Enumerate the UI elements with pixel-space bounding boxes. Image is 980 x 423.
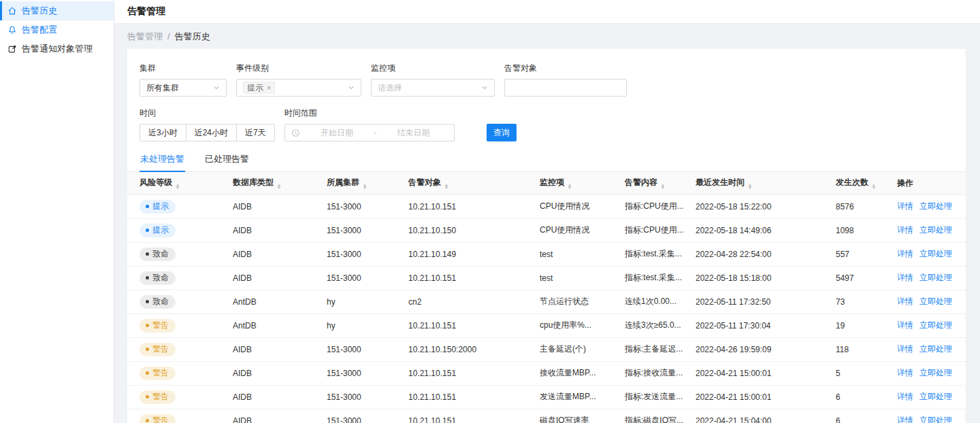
sort-icon[interactable]: ▲▼ [444,184,448,190]
handle-link[interactable]: 立即处理 [919,225,952,235]
detail-link[interactable]: 详情 [897,249,913,258]
handle-link[interactable]: 立即处理 [919,273,952,282]
breadcrumb-parent[interactable]: 告警管理 [127,31,163,43]
cell-count: 118 [836,337,897,361]
column-header[interactable]: 风险等级▲▼ [127,172,233,194]
cell-db-type: AIDB [233,194,327,218]
column-header[interactable]: 发生次数▲▼ [836,172,897,194]
column-header-label: 风险等级 [140,177,172,187]
tag-close-icon[interactable]: × [267,84,271,92]
column-header[interactable]: 告警对象▲▼ [408,172,540,194]
column-header[interactable]: 最近发生时间▲▼ [696,172,836,194]
tab-unhandled[interactable]: 未处理告警 [140,150,185,171]
handle-link[interactable]: 立即处理 [919,320,952,330]
sidebar-item-alarm-config[interactable]: 告警配置 [0,20,114,39]
risk-level-badge: 警告 [140,319,176,333]
cell-risk-level: 致命 [127,290,233,314]
cell-actions: 详情立即处理 [897,385,966,409]
cell-monitor-item: 节点运行状态 [540,290,625,314]
column-header-label: 告警对象 [408,177,441,187]
alarm-notify-icon [7,44,17,54]
filter-row-2: 时间 近3小时近24小时近7天 时间范围 开始日期 - 结束日期 [140,107,953,141]
sort-icon[interactable]: ▲▼ [176,184,180,190]
cell-monitor-item: CPU使用情况 [540,218,625,242]
cell-last-time: 2022-05-18 15:18:00 [696,266,836,290]
sort-icon[interactable]: ▲▼ [363,184,367,190]
risk-level-badge: 致命 [140,295,176,309]
level-dot-icon [146,229,149,232]
monitor-item-select[interactable]: 请选择 [371,79,495,97]
time-range-label: 时间范围 [284,107,455,119]
column-header[interactable]: 告警内容▲▼ [625,172,696,194]
detail-link[interactable]: 详情 [897,273,913,282]
risk-level-badge: 提示 [140,200,176,214]
column-header: 操作 [897,172,966,194]
page-header: 告警管理 [114,0,980,24]
handle-link[interactable]: 立即处理 [919,344,952,354]
sidebar-item-label: 告警历史 [22,5,57,17]
detail-link[interactable]: 详情 [897,392,913,401]
cell-alarm-content: 指标:test.采集... [625,242,696,266]
sidebar-items: 告警历史告警配置告警通知对象管理 [0,1,114,58]
handle-link[interactable]: 立即处理 [919,392,952,401]
date-range-picker[interactable]: 开始日期 - 结束日期 [284,124,455,141]
detail-link[interactable]: 详情 [897,320,913,330]
query-button[interactable]: 查询 [487,124,517,141]
detail-link[interactable]: 详情 [897,297,913,306]
time-quick-button-2[interactable]: 近24小时 [186,124,237,141]
cell-count: 6 [836,409,897,423]
selected-tag: 提示 × [243,82,275,94]
cell-count: 5 [836,361,897,385]
cell-alarm-object: 10.21.10.150:2000 [408,337,540,361]
level-dot-icon [146,252,149,256]
content-card: 集群 所有集群 事件级别 提示 [127,49,966,423]
handle-link[interactable]: 立即处理 [919,297,952,306]
cell-alarm-object: 10.21.10.151 [408,266,540,290]
sort-icon[interactable]: ▲▼ [277,184,281,190]
cell-monitor-item: 主备延迟(个) [540,337,625,361]
column-header[interactable]: 所属集群▲▼ [327,172,408,194]
risk-level-label: 警告 [152,391,169,403]
level-dot-icon [146,300,149,303]
table-row: 警告AIDB151-300010.21.10.151发送流量MBP...指标:发… [127,385,966,409]
sidebar-item-alarm-history[interactable]: 告警历史 [0,1,114,20]
detail-link[interactable]: 详情 [897,225,913,235]
handle-link[interactable]: 立即处理 [919,368,952,377]
detail-link[interactable]: 详情 [897,344,913,354]
sidebar-item-alarm-notify-manage[interactable]: 告警通知对象管理 [0,39,114,58]
risk-level-label: 提示 [152,224,169,236]
cell-monitor-item: test [540,242,625,266]
cell-last-time: 2022-04-28 22:54:00 [696,242,836,266]
tab-handled[interactable]: 已处理告警 [204,150,250,171]
cell-risk-level: 警告 [127,337,233,361]
column-header-label: 监控项 [540,177,564,187]
app-window: 告警历史告警配置告警通知对象管理 告警管理 告警管理 / 告警历史 集群 所有集… [0,0,980,423]
cell-actions: 详情立即处理 [897,361,966,385]
main-area: 告警管理 告警管理 / 告警历史 集群 所有集群 [114,0,980,423]
risk-level-label: 警告 [152,320,169,331]
level-dot-icon [146,276,149,280]
column-header[interactable]: 数据库类型▲▼ [233,172,327,194]
monitor-item-placeholder: 请选择 [378,82,477,94]
time-quick-button-1[interactable]: 近3小时 [140,124,186,141]
cell-alarm-object: 10.21.10.151 [408,409,540,423]
sort-icon[interactable]: ▲▼ [748,184,752,190]
sort-icon[interactable]: ▲▼ [872,184,876,190]
column-header[interactable]: 监控项▲▼ [540,172,625,194]
cell-last-time: 2022-05-18 15:22:00 [696,194,836,218]
handle-link[interactable]: 立即处理 [919,416,952,423]
time-quick-button-3[interactable]: 近7天 [236,124,275,141]
sort-icon[interactable]: ▲▼ [661,184,665,190]
sort-icon[interactable]: ▲▼ [568,184,572,190]
alarm-object-input[interactable] [504,79,627,97]
handle-link[interactable]: 立即处理 [919,201,952,211]
handle-link[interactable]: 立即处理 [919,249,952,258]
risk-level-badge: 致命 [140,271,176,285]
risk-level-badge: 警告 [140,343,176,356]
risk-level-label: 致命 [152,296,169,307]
detail-link[interactable]: 详情 [897,416,913,423]
cluster-select[interactable]: 所有集群 [140,79,227,97]
detail-link[interactable]: 详情 [897,201,913,211]
event-level-select[interactable]: 提示 × [236,79,361,97]
detail-link[interactable]: 详情 [897,368,913,377]
